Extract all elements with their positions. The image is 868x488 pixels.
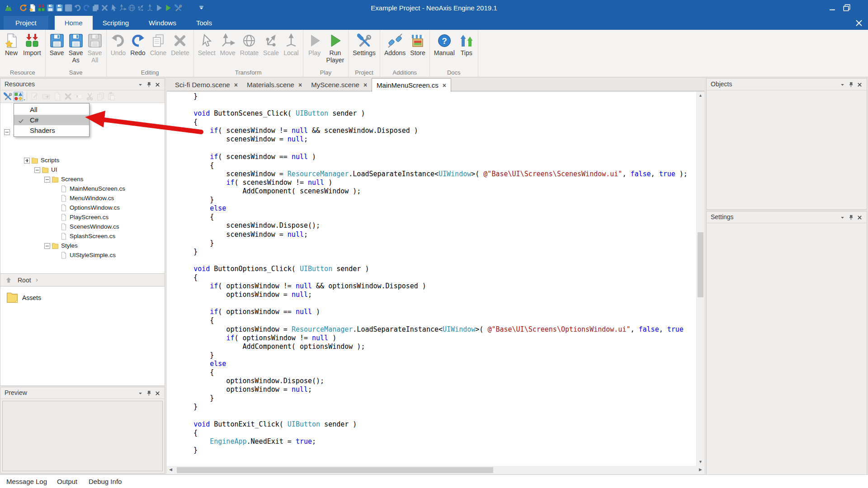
collapse-icon[interactable] xyxy=(4,129,10,135)
select-icon xyxy=(199,33,214,48)
neoaxis-logo-icon[interactable] xyxy=(5,4,12,12)
move-icon xyxy=(221,33,235,48)
collapse-icon[interactable] xyxy=(34,167,40,173)
save-icon[interactable] xyxy=(47,4,54,12)
collapse-icon[interactable] xyxy=(44,177,50,183)
status-tab-debug-info[interactable]: Debug Info xyxy=(89,478,122,485)
save-as-icon[interactable] xyxy=(56,4,63,12)
status-tab-message-log[interactable]: Message Log xyxy=(6,478,47,485)
ribbon-button-new[interactable]: New xyxy=(2,32,21,70)
document-tab-myscene-scene[interactable]: MyScene.scene× xyxy=(307,78,372,91)
ribbon-button-settings[interactable]: Settings xyxy=(350,32,378,70)
ribbon-button-manual[interactable]: ?Manual xyxy=(432,32,457,70)
tab-close-icon[interactable]: × xyxy=(443,79,446,92)
document-tab-strip: Sci-fi Demo.scene×Materials.scene×MyScen… xyxy=(167,78,704,91)
code-line: if( optionsWindow != null ) xyxy=(177,334,688,343)
filter-option-all[interactable]: All xyxy=(14,104,89,115)
ribbon-group-label: Save xyxy=(46,69,106,76)
document-tab-mainmenuscreen-cs[interactable]: MainMenuScreen.cs× xyxy=(372,78,451,92)
delete-icon xyxy=(173,33,187,48)
panel-close-icon[interactable] xyxy=(154,81,161,88)
breadcrumb-root[interactable]: Root xyxy=(18,277,31,284)
folder-icon xyxy=(42,166,49,174)
menu-tab-scripting[interactable]: Scripting xyxy=(93,16,139,30)
ribbon-button-rotate: Rotate xyxy=(238,32,261,70)
panel-pin-icon[interactable] xyxy=(146,81,152,88)
chevron-down-icon[interactable] xyxy=(23,95,26,99)
menu-tab-home[interactable]: Home xyxy=(55,16,93,30)
filter-by-type-icon[interactable] xyxy=(14,92,23,101)
vertical-scroll-thumb[interactable] xyxy=(698,232,703,297)
preview-viewport xyxy=(2,401,163,471)
menu-tab-project[interactable]: Project xyxy=(4,16,48,30)
breadcrumb-chevron[interactable]: › xyxy=(36,276,38,283)
panel-close-icon[interactable] xyxy=(154,390,161,397)
panel-pin-icon[interactable] xyxy=(146,390,152,397)
run-player-icon[interactable] xyxy=(164,4,172,12)
toolbar-options-icon[interactable] xyxy=(198,4,205,12)
folder-icon[interactable] xyxy=(6,291,19,304)
filter-option-shaders[interactable]: Shaders xyxy=(14,125,89,136)
scroll-up-icon[interactable]: ▲ xyxy=(697,92,704,99)
code-text[interactable]: } void ButtonScenes_Click( UIButton send… xyxy=(167,92,688,455)
ribbon-button-addons[interactable]: Addons xyxy=(382,32,408,70)
ribbon-button-label: Play xyxy=(308,49,321,56)
scroll-down-icon[interactable]: ▼ xyxy=(697,458,704,466)
ribbon-group-transform: SelectMoveRotateScaleLocalTransform xyxy=(194,30,303,77)
tab-close-icon[interactable]: × xyxy=(363,79,367,91)
ribbon-button-save[interactable]: Save xyxy=(47,32,66,70)
ribbon-button-import[interactable]: Import xyxy=(21,32,43,70)
ribbon-group-label: Project xyxy=(349,69,380,76)
redo-icon xyxy=(131,33,145,48)
status-tab-output[interactable]: Output xyxy=(57,478,77,485)
resource-settings-icon[interactable] xyxy=(4,92,12,101)
maximize-icon[interactable] xyxy=(841,2,853,13)
collapse-icon[interactable] xyxy=(44,243,50,249)
document-tab-materials-scene[interactable]: Materials.scene× xyxy=(242,78,307,91)
vertical-scrollbar[interactable]: ▲ ▼ xyxy=(697,92,704,466)
navigate-up-icon[interactable] xyxy=(5,277,12,284)
ribbon-tab-row: ProjectHomeScriptingWindowsTools xyxy=(0,16,868,30)
document-tab-sci-fi-demo-scene[interactable]: Sci-fi Demo.scene× xyxy=(170,78,242,91)
scroll-left-icon[interactable]: ◀ xyxy=(167,466,175,474)
folder-icon xyxy=(52,176,59,183)
settings-icon[interactable] xyxy=(175,4,182,12)
resources-toolbar xyxy=(0,90,165,103)
panel-menu-chevron-icon[interactable] xyxy=(137,81,144,88)
close-icon[interactable] xyxy=(854,18,864,28)
tab-close-icon[interactable]: × xyxy=(234,79,238,91)
horizontal-scrollbar[interactable]: ◀ ▶ xyxy=(167,466,704,474)
menu-tab-tools[interactable]: Tools xyxy=(186,16,222,30)
ribbon-button-store[interactable]: Store xyxy=(408,32,427,70)
tab-close-icon[interactable]: × xyxy=(298,79,302,91)
import-icon[interactable] xyxy=(38,4,45,12)
ribbon-button-redo[interactable]: Redo xyxy=(128,32,147,70)
minimize-icon[interactable] xyxy=(826,2,838,13)
document-tab-label: MyScene.scene xyxy=(311,79,359,91)
ribbon-button-tips[interactable]: Tips xyxy=(457,32,476,70)
refresh-icon[interactable] xyxy=(19,4,27,12)
expand-icon[interactable] xyxy=(24,158,30,164)
ribbon-button-run-player[interactable]: Run Player xyxy=(324,32,347,70)
panel-pin-icon[interactable] xyxy=(848,81,854,88)
horizontal-scroll-thumb[interactable] xyxy=(177,467,493,473)
code-line xyxy=(177,299,688,308)
tree-item-label: Scripts xyxy=(41,157,59,164)
ribbon-button-save-as[interactable]: Save As xyxy=(66,32,85,70)
code-editor[interactable]: } void ButtonScenes_Click( UIButton send… xyxy=(167,92,696,466)
ribbon-button-move: Move xyxy=(218,32,238,70)
scroll-right-icon[interactable]: ▶ xyxy=(697,466,704,474)
assets-folder-label[interactable]: Assets xyxy=(22,294,41,301)
redo-icon[interactable] xyxy=(83,4,90,12)
panel-menu-chevron-icon[interactable] xyxy=(839,81,846,88)
filter-option-c[interactable]: C# xyxy=(14,115,89,125)
panel-close-icon[interactable] xyxy=(856,214,863,221)
panel-menu-chevron-icon[interactable] xyxy=(137,390,144,397)
panel-pin-icon[interactable] xyxy=(848,214,854,221)
menu-tab-windows[interactable]: Windows xyxy=(139,16,186,30)
panel-menu-chevron-icon[interactable] xyxy=(839,214,846,221)
breadcrumb: Root › xyxy=(0,273,165,286)
code-line: if( optionsWindow != null && optionsWind… xyxy=(177,282,688,291)
new-resource-icon[interactable] xyxy=(28,4,36,12)
panel-close-icon[interactable] xyxy=(856,81,863,88)
